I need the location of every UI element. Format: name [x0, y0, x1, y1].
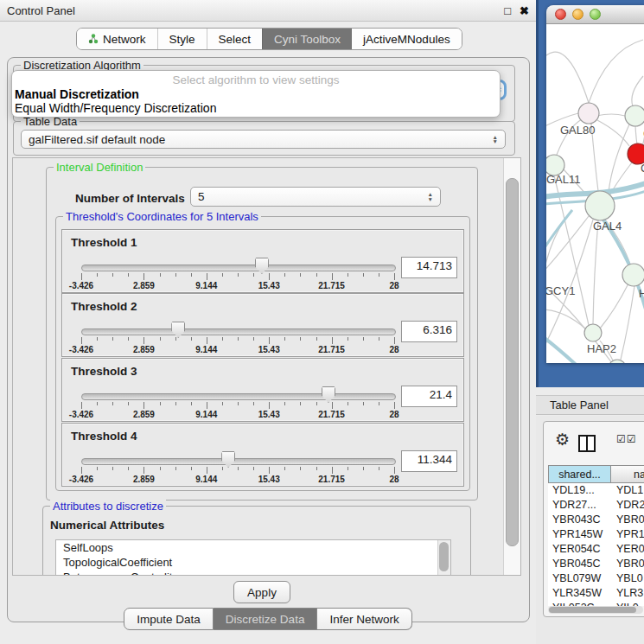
split-columns-icon[interactable]: [578, 435, 596, 452]
node-table-container: ⚙ ☑☑ shared... na YDL19...YDL1YDR27...YD…: [543, 421, 644, 617]
settings-vertical-scrollbar[interactable]: [503, 158, 520, 575]
tick-mark: [284, 337, 285, 341]
threshold-4-value-field[interactable]: 11.344: [401, 450, 457, 472]
table-data-combobox[interactable]: galFiltered.sif default node ▲▼: [21, 130, 506, 149]
tick-label: 15.43: [258, 281, 280, 290]
tab-impute-data[interactable]: Impute Data: [124, 608, 214, 630]
table-cell: YBR043C: [548, 513, 611, 527]
network-canvas[interactable]: GAL80GACGAL11GAL4GCY1HHAP2: [546, 24, 644, 363]
float-window-icon[interactable]: □: [504, 5, 511, 16]
tick-mark: [143, 337, 144, 344]
tick-mark: [238, 467, 239, 470]
tick-label: 2.859: [133, 281, 155, 290]
table-row[interactable]: YLR345WYLR3: [548, 586, 644, 601]
threshold-4-panel: Threshold 4 -3.4262.8599.14415.4321.7152…: [61, 423, 464, 487]
number-of-intervals-combobox[interactable]: 5 ▲▼: [190, 187, 441, 207]
threshold-1-slider-thumb[interactable]: [255, 258, 269, 274]
table-row[interactable]: YDR27...YDR2: [548, 498, 644, 513]
settings-scroll-thumb[interactable]: [506, 178, 519, 546]
network-node-gal4[interactable]: [585, 191, 615, 220]
network-node-label: GAL80: [560, 124, 595, 137]
threshold-3-slider-thumb[interactable]: [322, 386, 335, 403]
number-of-intervals-value: 5: [198, 190, 205, 203]
column-header-name[interactable]: na: [611, 465, 644, 483]
tick-mark: [300, 337, 301, 341]
slider-ticks: [81, 273, 394, 281]
threshold-1-value-field[interactable]: 14.713: [401, 257, 457, 278]
table-cell: YLR345W: [548, 586, 611, 601]
table-cell: YBR0: [611, 513, 644, 527]
threshold-3-slider-track[interactable]: [81, 393, 396, 400]
slider-tick-labels: -3.4262.8599.14415.4321.71528: [81, 410, 394, 419]
tick-label: 15.43: [258, 345, 280, 354]
table-row[interactable]: YER054CYER0: [548, 542, 644, 557]
table-row[interactable]: YPR145WYPR1: [548, 527, 644, 542]
tick-label: 2.859: [133, 410, 155, 419]
list-item[interactable]: TopologicalCoefficient: [56, 555, 450, 570]
tick-mark: [363, 337, 364, 341]
threshold-4-slider-thumb[interactable]: [221, 451, 235, 468]
table-cell: YPR1: [611, 527, 644, 542]
tick-mark: [222, 337, 223, 341]
table-cell: YPR145W: [548, 527, 611, 542]
tick-mark: [269, 402, 270, 409]
threshold-2-slider-thumb[interactable]: [171, 322, 185, 338]
network-edge: [589, 40, 643, 103]
tab-select[interactable]: Select: [207, 29, 263, 49]
table-cell: YDL1: [611, 483, 644, 498]
apply-button[interactable]: Apply: [233, 581, 290, 603]
gear-icon[interactable]: ⚙: [555, 430, 570, 450]
column-header-shared-name[interactable]: shared...: [548, 465, 611, 483]
tick-mark: [238, 402, 239, 405]
network-edge: [597, 120, 629, 146]
tick-mark: [379, 467, 379, 470]
interval-definition-group: Interval Definition Number of Intervals …: [46, 167, 478, 501]
threshold-3-value-field[interactable]: 21.4: [401, 386, 457, 407]
table-cell: YLR3: [611, 586, 644, 601]
threshold-2-value-field[interactable]: 6.316: [401, 321, 457, 342]
table-cell: YBL0: [611, 571, 644, 586]
table-hscroll-thumb[interactable]: [549, 607, 636, 613]
tick-mark: [160, 402, 161, 405]
zoom-traffic-light-icon[interactable]: [590, 9, 601, 20]
network-node-gal80[interactable]: [578, 103, 599, 124]
node-table-body: YDL19...YDL1YDR27...YDR2YBR043CYBR0YPR14…: [548, 483, 644, 606]
minimize-traffic-light-icon[interactable]: [572, 9, 583, 20]
select-columns-icon[interactable]: ☑☑: [616, 433, 637, 445]
tick-mark: [269, 337, 270, 344]
tick-mark: [97, 273, 98, 277]
network-node-ga[interactable]: [625, 105, 644, 126]
tick-mark: [253, 337, 254, 341]
table-row[interactable]: YDL19...YDL1: [548, 483, 644, 498]
attributes-list-scrollbar[interactable]: [437, 540, 450, 576]
tick-label: -3.426: [69, 410, 93, 419]
tab-jactivemnodules[interactable]: jActiveMNodules: [352, 29, 462, 49]
network-node-h[interactable]: [622, 264, 644, 286]
close-traffic-light-icon[interactable]: [555, 9, 566, 20]
tab-cyni-toolbox[interactable]: Cyni Toolbox: [262, 29, 352, 49]
tab-infer-network[interactable]: Infer Network: [317, 608, 411, 630]
tick-label: 9.144: [195, 475, 217, 484]
tab-network[interactable]: Network: [77, 29, 157, 49]
dropdown-option-equal-width[interactable]: Equal Width/Frequency Discretization: [12, 101, 500, 115]
threshold-4-slider-track[interactable]: [81, 458, 396, 465]
table-row[interactable]: YBR043CYBR0: [548, 513, 644, 527]
table-row[interactable]: YBL079WYBL0: [548, 571, 644, 586]
table-horizontal-scrollbar[interactable]: [548, 606, 643, 614]
network-node-hap2[interactable]: [584, 324, 602, 341]
list-item[interactable]: BetweennessCentrality: [56, 570, 450, 576]
attributes-list-scroll-thumb[interactable]: [439, 542, 449, 571]
tick-mark: [207, 273, 207, 280]
dropdown-option-manual[interactable]: Manual Discretization: [12, 87, 500, 101]
close-window-icon[interactable]: ✖: [520, 5, 529, 16]
threshold-1-slider-track[interactable]: [81, 265, 396, 271]
tick-mark: [222, 402, 223, 405]
list-item[interactable]: SelfLoops: [56, 540, 450, 555]
table-row[interactable]: YBR045CYBR0: [548, 557, 644, 571]
threshold-4-label: Threshold 4: [71, 430, 137, 443]
tab-discretize-data[interactable]: Discretize Data: [214, 608, 318, 630]
dropdown-hint: Select algorithm to view settings: [12, 73, 500, 87]
tick-mark: [143, 402, 144, 409]
tab-style[interactable]: Style: [157, 29, 207, 49]
threshold-2-slider-track[interactable]: [81, 328, 396, 335]
